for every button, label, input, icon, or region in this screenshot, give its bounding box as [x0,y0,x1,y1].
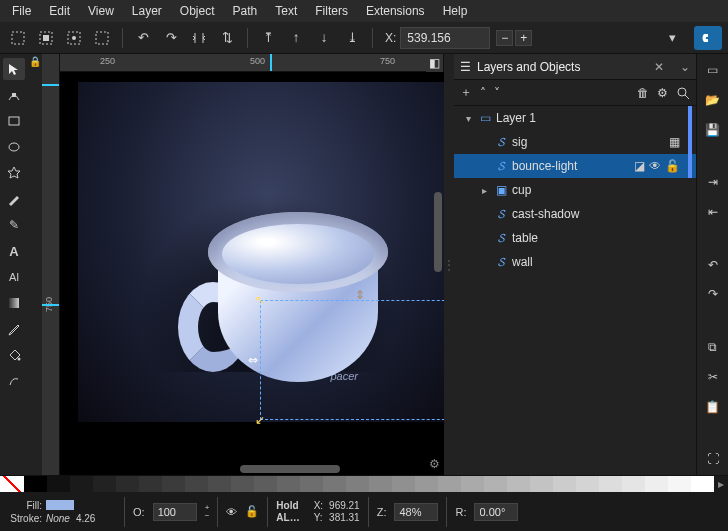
palette-swatch[interactable] [277,476,300,492]
menu-view[interactable]: View [80,2,122,20]
palette-swatch[interactable] [346,476,369,492]
text-tool-icon[interactable]: A [3,240,25,262]
ruler-vertical[interactable]: 750 [42,72,60,475]
tweak-tool-icon[interactable] [3,370,25,392]
tree-row-wall[interactable]: 𝓢wall [454,250,696,274]
x-input[interactable]: 539.156 [400,27,490,49]
palette-swatch[interactable] [553,476,576,492]
raise-layer-icon[interactable]: ˄ [480,86,486,100]
open-icon[interactable]: 📂 [702,90,724,110]
lock-icon[interactable]: 🔒 [29,56,41,67]
palette-swatch[interactable] [208,476,231,492]
gradient-tool-icon[interactable] [3,292,25,314]
menu-extensions[interactable]: Extensions [358,2,433,20]
add-layer-icon[interactable]: ＋ [460,84,472,101]
redo-icon[interactable]: ↷ [702,284,724,304]
unlock-icon[interactable]: 🔓 [665,159,680,173]
expand-icon[interactable]: ▸ [478,185,490,196]
guide-h[interactable] [42,304,59,306]
palette-swatch[interactable] [162,476,185,492]
menu-edit[interactable]: Edit [41,2,78,20]
snap-1-icon[interactable] [6,26,30,50]
rotate-cw-icon[interactable]: ↷ [159,26,183,50]
tree-row-cup[interactable]: ▸▣cup [454,178,696,202]
dropdown-icon[interactable]: ▾ [660,26,684,50]
sel-rotate-handle[interactable]: ↖ [255,295,265,305]
palette-swatch[interactable] [691,476,714,492]
paste-icon[interactable]: 📋 [702,397,724,417]
palette-swatch[interactable] [70,476,93,492]
pattern-icon[interactable]: ▦ [669,135,680,149]
raise-top-icon[interactable]: ⤒ [256,26,280,50]
menu-filters[interactable]: Filters [307,2,356,20]
palette-swatch[interactable] [185,476,208,492]
dropper-tool-icon[interactable] [3,318,25,340]
undo-icon[interactable]: ↶ [702,255,724,275]
palette-menu-icon[interactable]: ▸ [714,476,728,492]
scrollbar-v[interactable] [434,192,442,272]
flip-v-icon[interactable]: ⇅ [215,26,239,50]
copy-icon[interactable]: ⧉ [702,337,724,357]
palette-swatch[interactable] [47,476,70,492]
sel-skew-handle[interactable]: ⇔ [248,355,258,365]
opacity-input[interactable]: 100 [153,503,197,521]
palette-swatch[interactable] [139,476,162,492]
tree-row-bounce-light[interactable]: 𝓢bounce-light◪👁🔓 [454,154,696,178]
panel-menu-icon[interactable]: ☰ [460,60,471,74]
palette-swatch[interactable] [438,476,461,492]
snap-toggle-icon[interactable] [694,26,722,50]
select-tool-icon[interactable] [3,58,25,80]
layer-lock-icon[interactable]: 🔓 [245,505,259,518]
display-mode-icon[interactable]: ◧ [426,54,444,72]
palette-swatch[interactable] [622,476,645,492]
lower-bottom-icon[interactable]: ⤓ [340,26,364,50]
node-tool-icon[interactable] [3,84,25,106]
sel-skew-handle[interactable]: ⇕ [355,290,365,300]
fill-swatch[interactable] [46,500,116,512]
ruler-corner[interactable] [42,54,60,72]
zoom-input[interactable]: 48% [394,503,438,521]
cut-icon[interactable]: ✂ [702,367,724,387]
tree-row-sig[interactable]: 𝓢sig▦ [454,130,696,154]
ruler-horizontal[interactable]: 250 500 750 [60,54,426,71]
x-spinner[interactable]: −+ [496,30,532,46]
palette-swatch[interactable] [231,476,254,492]
palette-swatch[interactable] [93,476,116,492]
canvas[interactable]: pacer ↖ ↗ ↙ ↘ ⇕ ⇔ ⇕ ⚙ [60,72,444,475]
menu-object[interactable]: Object [172,2,223,20]
palette-swatch[interactable] [645,476,668,492]
search-icon[interactable] [676,86,690,100]
opacity-spinner[interactable]: +− [205,504,210,520]
menu-text[interactable]: Text [267,2,305,20]
palette-swatch[interactable] [576,476,599,492]
stroke-width[interactable]: 4.26 [76,513,95,524]
palette-swatch[interactable] [415,476,438,492]
palette-swatch[interactable] [116,476,139,492]
text-tool-2-icon[interactable]: Al [3,266,25,288]
palette-swatch[interactable] [24,476,47,492]
canvas-menu-icon[interactable]: ⚙ [429,457,440,471]
palette-swatch[interactable] [254,476,277,492]
pencil-tool-icon[interactable]: ✎ [3,214,25,236]
palette-swatch[interactable] [392,476,415,492]
delete-layer-icon[interactable]: 🗑 [637,86,649,100]
palette-swatch[interactable] [599,476,622,492]
palette-swatch[interactable] [300,476,323,492]
scrollbar-h[interactable] [240,465,340,473]
lower-icon[interactable]: ↓ [312,26,336,50]
tree-row-table[interactable]: 𝓢table [454,226,696,250]
visibility-icon[interactable]: 👁 [649,159,661,173]
stroke-value[interactable]: None [46,513,70,524]
tree-row-layer-1[interactable]: ▾▭Layer 1 [454,106,696,130]
palette-swatch[interactable] [461,476,484,492]
palette-swatch[interactable] [369,476,392,492]
star-tool-icon[interactable] [3,162,25,184]
close-icon[interactable]: ✕ [654,60,664,74]
guide-v[interactable] [270,54,272,71]
palette-swatch[interactable] [668,476,691,492]
zoom-fit-icon[interactable]: ⛶ [702,449,724,469]
menu-layer[interactable]: Layer [124,2,170,20]
bucket-tool-icon[interactable] [3,344,25,366]
ellipse-tool-icon[interactable] [3,136,25,158]
import-icon[interactable]: ⇥ [702,172,724,192]
